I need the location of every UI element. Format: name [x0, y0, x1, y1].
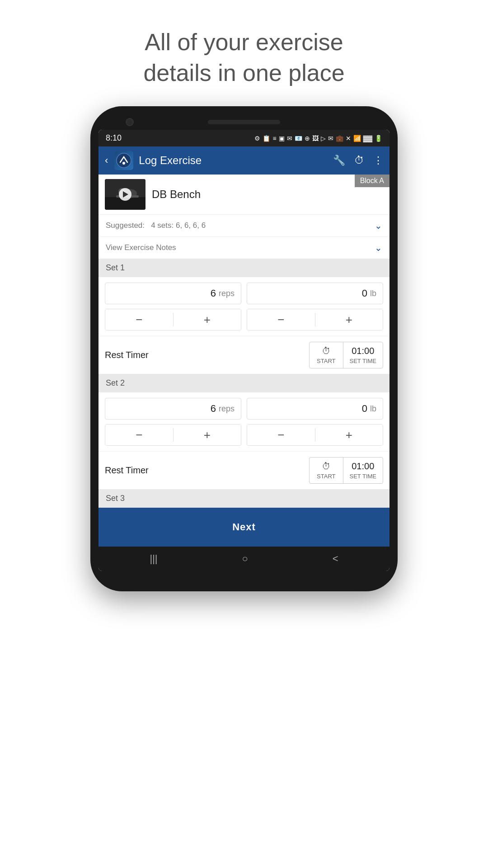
exercise-thumbnail[interactable]	[105, 179, 145, 210]
suggested-label: Suggested:	[106, 221, 145, 230]
history-icon[interactable]: ⏱	[354, 155, 364, 166]
clipboard-icon: 📋	[263, 135, 270, 142]
suggested-text: Suggested: 4 sets: 6, 6, 6, 6	[106, 221, 206, 230]
set-2-reps-stepper: − +	[105, 424, 241, 446]
set-1-reps-stepper: − +	[105, 309, 241, 330]
rest-timer-1-label: Rest Timer	[105, 350, 149, 360]
set-2-reps-input[interactable]: 6 reps	[105, 398, 241, 420]
case-icon: 💼	[336, 135, 343, 142]
set-2-content: 6 reps 0 lb − + −	[99, 392, 389, 451]
back-button[interactable]: ‹	[105, 155, 108, 166]
timer-2-start-button[interactable]: ⏱ START	[310, 458, 343, 483]
exercise-header: DB Bench Block A	[99, 175, 389, 214]
set-2-reps-value: 6	[211, 403, 216, 415]
timer-1-controls: ⏱ START 01:00 SET TIME	[309, 342, 383, 368]
notes-chevron-icon[interactable]: ⌄	[375, 242, 382, 253]
nav-menu-icon[interactable]: |||	[150, 553, 157, 565]
set-2-weight-input[interactable]: 0 lb	[247, 398, 383, 420]
timer-2-clock-icon: ⏱	[322, 461, 331, 472]
play-triangle-icon	[123, 191, 128, 198]
rest-timer-2: Rest Timer ⏱ START 01:00 SET TIME	[99, 451, 389, 489]
wrench-icon[interactable]: 🔧	[333, 155, 345, 166]
play-icon: ▷	[321, 135, 326, 142]
status-icons: ⚙ 📋 ≡ ▣ ✉ 📧 ⊕ 🖼 ▷ ✉ 💼 ✕ 📶 ▓▓ 🔋	[254, 135, 382, 142]
app-bar: ‹ Log Exercise 🔧 ⏱ ⋮	[99, 146, 389, 175]
signal-bars-icon: ≡	[272, 135, 276, 142]
next-button[interactable]: Next	[105, 514, 383, 540]
set-1-reps-input[interactable]: 6 reps	[105, 283, 241, 304]
set-1-weight-input[interactable]: 0 lb	[247, 283, 383, 304]
phone-speaker	[208, 120, 280, 124]
set-1-weight-plus-button[interactable]: +	[315, 309, 383, 330]
phone-camera	[126, 118, 134, 126]
wifi-icon: 📶	[353, 135, 361, 142]
svg-point-1	[122, 162, 125, 165]
overflow-menu-icon[interactable]: ⋮	[373, 155, 383, 166]
set-3-header: Set 3	[99, 489, 389, 508]
timer-1-start-label: START	[317, 358, 335, 364]
suggested-value: 4 sets: 6, 6, 6, 6	[151, 221, 206, 230]
set-2-weight-plus-button[interactable]: +	[315, 425, 383, 445]
set-1-weight-minus-button[interactable]: −	[247, 309, 315, 330]
block-badge: Block A	[355, 175, 389, 187]
set-2-weight-minus-button[interactable]: −	[247, 425, 315, 445]
set-1-input-row: 6 reps 0 lb	[105, 283, 383, 304]
timer-1-set-button[interactable]: 01:00 SET TIME	[343, 342, 383, 368]
gear-icon: ⚙	[254, 135, 260, 142]
app-bar-actions: 🔧 ⏱ ⋮	[333, 155, 383, 166]
set-2-reps-unit: reps	[219, 404, 235, 414]
set-2-input-row: 6 reps 0 lb	[105, 398, 383, 420]
circle-icon: ⊕	[305, 135, 310, 142]
mail2-icon: ✉	[328, 135, 333, 142]
set-2-weight-stepper: − +	[247, 424, 383, 446]
set-1-header: Set 1	[99, 259, 389, 277]
app-logo	[114, 151, 133, 170]
set-1-reps-minus-button[interactable]: −	[105, 309, 173, 330]
play-button[interactable]	[119, 188, 131, 201]
set-3-label: Set 3	[106, 494, 125, 503]
set-1-reps-plus-button[interactable]: +	[174, 309, 241, 330]
nav-back-icon[interactable]: <	[333, 553, 338, 565]
next-button-bar: Next	[99, 508, 389, 547]
phone-bottom	[99, 571, 389, 580]
timer-clock-icon: ⏱	[322, 346, 331, 356]
tagline-line1: All of your exercise	[145, 29, 343, 55]
image-icon: 🖼	[312, 135, 319, 142]
battery-icon: 🔋	[375, 135, 382, 142]
set-1-content: 6 reps 0 lb − + −	[99, 277, 389, 336]
email-icon: 📧	[295, 135, 302, 142]
phone-notch	[99, 120, 389, 124]
suggested-chevron-icon[interactable]: ⌄	[375, 220, 382, 231]
set-1-reps-value: 6	[211, 288, 216, 299]
set-1-weight-unit: lb	[370, 289, 376, 298]
set-2-header: Set 2	[99, 374, 389, 392]
set-1-weight-stepper: − +	[247, 309, 383, 330]
set-2-weight-unit: lb	[370, 404, 376, 414]
nav-home-icon[interactable]: ○	[242, 553, 248, 565]
rest-timer-2-label: Rest Timer	[105, 465, 149, 476]
logo-image	[114, 151, 133, 170]
notes-row[interactable]: View Exercise Notes ⌄	[99, 236, 389, 259]
exercise-name: DB Bench	[152, 188, 201, 201]
set-2-reps-minus-button[interactable]: −	[105, 425, 173, 445]
square-icon: ▣	[279, 135, 285, 142]
status-time: 8:10	[106, 133, 122, 143]
timer-2-time: 01:00	[352, 461, 374, 472]
signal-icon: ▓▓	[363, 135, 372, 142]
phone-device: 8:10 ⚙ 📋 ≡ ▣ ✉ 📧 ⊕ 🖼 ▷ ✉ 💼 ✕ 📶 ▓▓ 🔋	[90, 106, 398, 591]
timer-1-set-label: SET TIME	[350, 358, 376, 364]
set-1-reps-unit: reps	[219, 289, 235, 298]
set-2-reps-plus-button[interactable]: +	[174, 425, 241, 445]
set-1-weight-value: 0	[362, 288, 367, 299]
tagline: All of your exercise details in one plac…	[107, 0, 380, 106]
timer-1-start-button[interactable]: ⏱ START	[310, 342, 343, 368]
nav-bar: ||| ○ <	[99, 547, 389, 571]
set-2-weight-value: 0	[362, 403, 367, 415]
set-2-stepper-row: − + − +	[105, 424, 383, 446]
timer-2-set-button[interactable]: 01:00 SET TIME	[343, 458, 383, 483]
status-bar: 8:10 ⚙ 📋 ≡ ▣ ✉ 📧 ⊕ 🖼 ▷ ✉ 💼 ✕ 📶 ▓▓ 🔋	[99, 130, 389, 146]
app-title: Log Exercise	[139, 154, 328, 167]
tagline-line2: details in one place	[143, 60, 344, 86]
suggested-row[interactable]: Suggested: 4 sets: 6, 6, 6, 6 ⌄	[99, 214, 389, 236]
svg-point-0	[117, 153, 131, 168]
